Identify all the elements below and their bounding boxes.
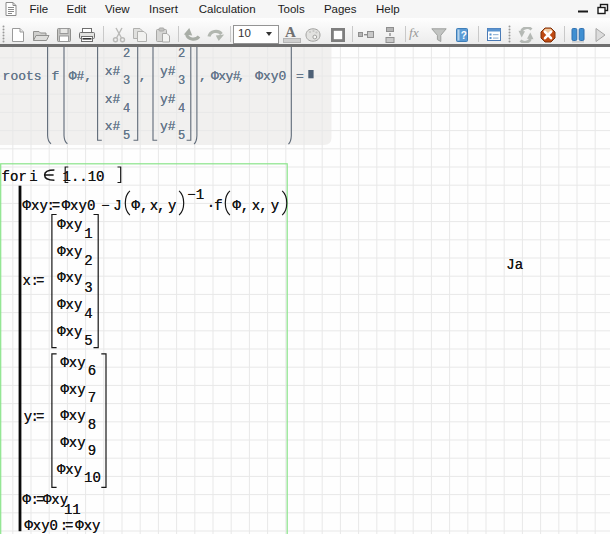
svg-text:?: ? [460, 30, 466, 41]
